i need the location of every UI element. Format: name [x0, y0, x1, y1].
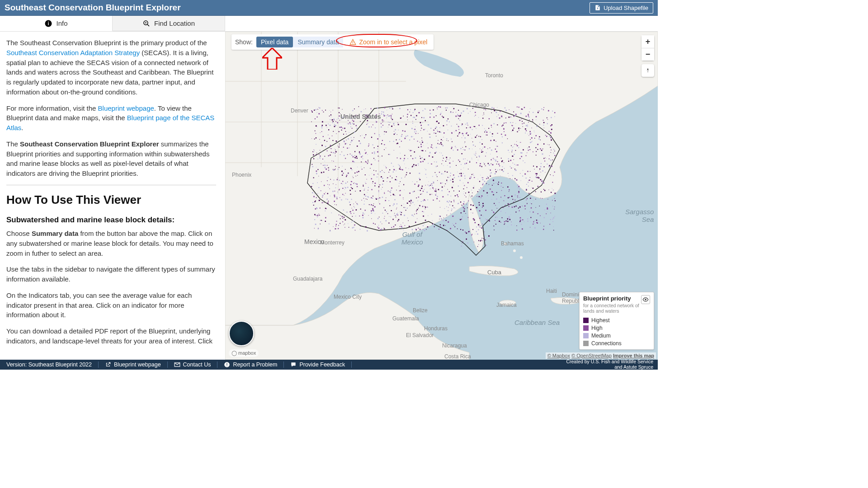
svg-rect-1227	[547, 207, 548, 208]
zoom-out-button[interactable]: −	[642, 48, 654, 61]
attrib-improve[interactable]: Improve this map	[613, 353, 654, 358]
svg-rect-880	[471, 244, 471, 245]
svg-rect-1695	[429, 134, 430, 135]
svg-rect-508	[487, 195, 488, 196]
svg-rect-854	[407, 114, 408, 115]
svg-rect-1554	[312, 112, 313, 113]
svg-rect-24	[475, 112, 476, 113]
svg-rect-140	[323, 165, 324, 166]
svg-rect-1911	[487, 135, 488, 136]
svg-rect-923	[538, 112, 539, 113]
svg-rect-1426	[404, 215, 405, 216]
svg-rect-377	[465, 142, 465, 142]
zoom-in-button[interactable]: +	[642, 35, 654, 48]
svg-rect-1362	[509, 219, 511, 221]
svg-rect-1243	[510, 160, 511, 161]
svg-rect-1731	[542, 170, 543, 172]
svg-rect-966	[368, 160, 368, 161]
legend-swatch	[583, 341, 589, 346]
footer-feedback-link[interactable]: Provide Feedback	[299, 361, 345, 368]
svg-rect-1348	[539, 170, 540, 171]
svg-rect-381	[386, 115, 387, 116]
svg-rect-583	[535, 177, 537, 178]
svg-rect-189	[311, 122, 311, 122]
map-area[interactable]: United States Mexico Gulf of Mexico Cari…	[225, 32, 658, 360]
svg-rect-1431	[553, 226, 554, 227]
svg-rect-127	[356, 128, 357, 129]
legend-swatch	[583, 325, 589, 331]
svg-rect-214	[316, 154, 317, 155]
svg-rect-1775	[478, 229, 479, 230]
svg-rect-1504	[342, 218, 343, 219]
svg-rect-75	[511, 145, 512, 146]
upload-shapefile-button[interactable]: Upload Shapefile	[590, 2, 653, 14]
svg-rect-1322	[373, 205, 373, 206]
svg-rect-461	[336, 224, 337, 225]
svg-rect-1279	[426, 177, 427, 178]
tab-find-location[interactable]: Find Location	[113, 16, 225, 31]
svg-rect-1200	[508, 226, 508, 227]
footer-contact-link[interactable]: Contact Us	[183, 361, 211, 368]
svg-rect-766	[359, 141, 359, 141]
svg-rect-931	[485, 130, 486, 131]
svg-rect-782	[491, 191, 493, 192]
info-sidebar[interactable]: The Southeast Conservation Blueprint is …	[0, 32, 225, 360]
svg-rect-1301	[468, 217, 469, 218]
svg-rect-1031	[339, 167, 340, 168]
svg-rect-408	[390, 205, 391, 206]
svg-rect-22	[356, 125, 357, 127]
svg-rect-1099	[543, 143, 544, 144]
svg-rect-579	[335, 130, 336, 130]
svg-rect-658	[446, 110, 447, 111]
svg-rect-1454	[514, 169, 515, 169]
svg-rect-1841	[392, 219, 393, 220]
svg-rect-669	[508, 203, 509, 204]
svg-rect-750	[532, 119, 533, 120]
blueprint-webpage-link[interactable]: Blueprint webpage	[98, 104, 154, 112]
svg-rect-992	[400, 195, 401, 196]
svg-rect-576	[458, 110, 459, 111]
svg-rect-1195	[412, 121, 413, 122]
svg-rect-940	[414, 214, 415, 214]
attrib-osm[interactable]: © OpenStreetMap	[571, 353, 612, 358]
pixel-data-button[interactable]: Pixel data	[256, 37, 293, 47]
svg-rect-985	[345, 158, 346, 159]
svg-rect-698	[409, 150, 409, 150]
secas-link[interactable]: Southeast Conservation Adaptation Strate…	[6, 49, 140, 56]
svg-rect-894	[479, 202, 480, 203]
svg-rect-1807	[449, 205, 450, 206]
svg-rect-610	[476, 231, 477, 232]
svg-rect-427	[512, 199, 513, 200]
svg-rect-1817	[368, 161, 368, 162]
svg-rect-1984	[227, 363, 227, 366]
svg-rect-1307	[356, 209, 357, 211]
svg-rect-308	[426, 192, 428, 193]
svg-rect-1063	[334, 195, 335, 196]
svg-rect-1969	[552, 221, 553, 222]
svg-rect-1673	[481, 151, 482, 152]
svg-rect-1044	[472, 234, 473, 235]
svg-rect-1816	[448, 194, 448, 195]
svg-rect-1569	[478, 117, 479, 117]
svg-rect-1259	[371, 108, 372, 109]
minimap[interactable]	[229, 321, 254, 346]
svg-rect-122	[448, 202, 449, 203]
svg-rect-107	[473, 145, 474, 146]
legend-visibility-toggle[interactable]	[641, 295, 650, 304]
svg-rect-790	[461, 219, 462, 220]
svg-rect-944	[335, 188, 336, 188]
svg-rect-1543	[384, 131, 385, 132]
compass-button[interactable]	[642, 64, 654, 77]
footer-report-link[interactable]: Report a Problem	[233, 361, 277, 368]
svg-rect-1448	[492, 184, 492, 184]
svg-rect-320	[494, 110, 495, 111]
svg-rect-1639	[453, 108, 454, 109]
svg-rect-1045	[381, 177, 381, 178]
tab-info[interactable]: Info	[0, 16, 113, 31]
svg-rect-901	[333, 119, 335, 120]
footer-blueprint-link[interactable]: Blueprint webpage	[114, 361, 161, 368]
summary-data-button[interactable]: Summary data	[293, 37, 343, 47]
svg-rect-846	[495, 160, 496, 162]
attrib-mapbox[interactable]: © Mapbox	[547, 353, 570, 358]
svg-rect-1132	[327, 180, 328, 181]
